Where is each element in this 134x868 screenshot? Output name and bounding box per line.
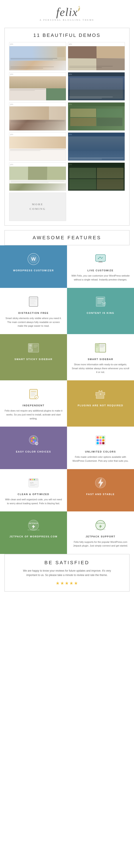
feature-smart-sticky-sidebar: SMART STICKY SIDEBAR [0,334,67,380]
demo-logo-3: felix [10,73,13,75]
demo-thumb-10[interactable]: felix [68,162,125,191]
fast-stable-title: FAST AND STABLE [86,493,115,496]
svg-rect-18 [97,301,102,301]
demo-more-coming: MORE COMING [9,193,66,221]
feature-unlimited-colors: UNLIMITED COLORS Felix made unlimited co… [67,427,134,469]
svg-point-47 [31,438,33,439]
svg-rect-29 [34,346,38,346]
puzzle-icon [93,386,108,402]
demo-logo-1: felix [10,43,13,45]
unlimited-colors-title: UNLIMITED COLORS [85,450,116,454]
svg-rect-34 [96,346,98,346]
svg-rect-25 [29,346,32,346]
independent-icon [26,386,41,402]
wordpress-customizer-title: WORDPRESS CUSTOMIZER [13,269,54,272]
svg-text:</>: </> [30,482,34,484]
demo-thumb-1[interactable]: felix [9,42,66,70]
demos-grid: felix felix [9,42,125,221]
svg-text:OF WORDPRESS.COM: OF WORDPRESS.COM [28,529,39,531]
distraction-free-icon [26,294,41,309]
satisfied-section: BE SATISFIED We are happy to know your r… [4,554,130,592]
satisfied-title: BE SATISFIED [9,560,125,565]
svg-rect-16 [97,298,104,299]
demo-thumb-5[interactable]: felix [9,102,66,131]
jetpack-icon: JETPACK OF WORDPRESS.COM [26,518,41,533]
star-rating: ★★★★★ [9,581,125,586]
svg-rect-28 [34,345,38,345]
feature-smart-sidebar: SMART SIDEBAR Show more information with… [67,334,134,380]
satisfied-desc: We are happy to know your reviews for fu… [19,568,115,578]
feature-plugins-not-required: PLUGINS ARE NOT REQUIRED [67,380,134,427]
svg-rect-44 [31,396,34,396]
svg-point-69 [34,479,35,480]
svg-rect-14 [30,304,36,304]
smart-sticky-sidebar-title: SMART STICKY SIDEBAR [14,358,53,361]
content-icon [93,294,108,309]
svg-rect-56 [97,436,99,439]
content-is-king-title: CONTENT IS KING [87,311,114,315]
svg-rect-61 [102,439,104,441]
monitor-icon [93,251,108,267]
clean-code-icon: </> [26,475,41,491]
demo-thumb-3[interactable]: felix [9,72,66,100]
svg-text:JETPACK: JETPACK [29,522,38,524]
demo-thumb-9[interactable]: felix [9,162,66,191]
svg-rect-42 [31,394,35,394]
svg-rect-62 [97,442,99,444]
easy-color-choices-title: EASY COLOR CHOICES [16,450,51,454]
svg-point-51 [33,441,34,443]
svg-rect-15 [96,297,105,306]
svg-rect-40 [31,391,36,392]
svg-rect-57 [99,436,101,439]
svg-rect-6 [97,256,104,260]
feature-jetpack-support: JETPACK OF WORDPRESS.COM JETPACK SUPPORT… [67,512,134,554]
svg-rect-36 [100,345,105,345]
features-title: AWESOME FEATURES [9,235,125,241]
svg-text:W: W [31,256,36,262]
svg-rect-33 [96,345,98,345]
svg-rect-54 [36,444,37,445]
independent-title: INDEPENDENT [23,404,45,407]
feature-fast-stable: FAST AND STABLE [67,469,134,512]
feature-wordpress-customizer: W WORDPRESS CUSTOMIZER [0,245,67,288]
demo-thumb-7[interactable]: felix [9,132,66,161]
svg-rect-58 [102,436,104,439]
svg-rect-13 [30,303,34,303]
features-title-bar: AWESOME FEATURES [4,230,130,245]
svg-point-7 [98,258,99,259]
demo-logo-6: felix [69,103,72,105]
svg-rect-27 [29,348,31,349]
palette-icon [26,433,41,448]
clean-optimized-desc: With clean and well organized code, you … [4,498,63,505]
logo-tagline: A PERSONAL BLOGGING THEME [4,19,130,21]
feature-content-is-king: CONTENT IS KING [67,288,134,334]
feature-live-customize: LIVE CUSTOMIZE With Felix, you can custo… [67,245,134,288]
features-grid: W WORDPRESS CUSTOMIZER LIVE CUSTOMIZE Wi… [0,245,134,554]
feature-easy-color-choices: EASY COLOR CHOICES [0,427,67,469]
logo-wrapper: felix [56,6,78,18]
svg-rect-63 [99,442,101,444]
smart-sidebar-desc: Show more information with ready-to-use … [71,363,130,374]
jetpack-support-title: JETPACK SUPPORT [86,535,116,538]
demo-logo-9: felix [10,163,13,165]
feature-independent: INDEPENDENT Felix does not require any a… [0,380,67,427]
plugins-not-required-title: PLUGINS ARE NOT REQUIRED [78,404,123,407]
demo-thumb-2[interactable]: felix [68,42,125,70]
feature-jetpack-icon: JETPACK OF WORDPRESS.COM JETPACK OF WORD… [0,512,67,554]
sidebar-icon [26,340,41,355]
svg-rect-10 [30,300,37,300]
svg-text:JETPACK: JETPACK [97,523,105,524]
smart-sidebar-icon [93,340,108,355]
svg-rect-19 [97,302,103,303]
demo-logo-4: felix [69,73,72,75]
lightning-icon [93,475,108,491]
demos-title: 11 BEAUTIFUL DEMOS [9,32,125,38]
unlimited-colors-desc: Felix made unlimited color options avail… [71,455,130,463]
demo-thumb-6[interactable]: felix [68,102,125,131]
smart-sidebar-title: SMART SIDEBAR [88,358,113,361]
demos-section: 11 BEAUTIFUL DEMOS felix [4,28,130,226]
svg-point-48 [33,437,34,439]
demo-thumb-8[interactable]: felix [68,132,125,161]
svg-rect-38 [100,347,103,347]
demo-thumb-4[interactable]: felix [68,72,125,100]
